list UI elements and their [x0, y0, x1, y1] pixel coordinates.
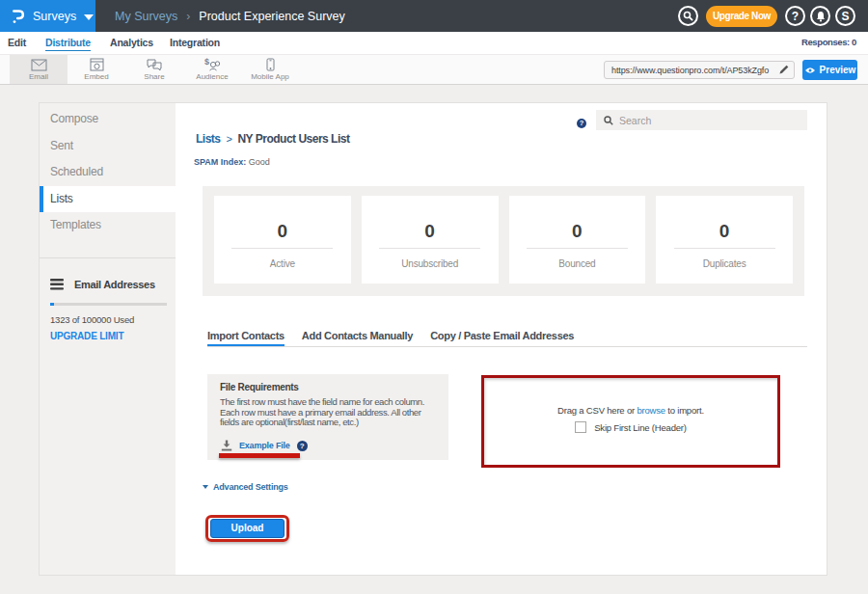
svg-text:$: $: [204, 58, 209, 67]
